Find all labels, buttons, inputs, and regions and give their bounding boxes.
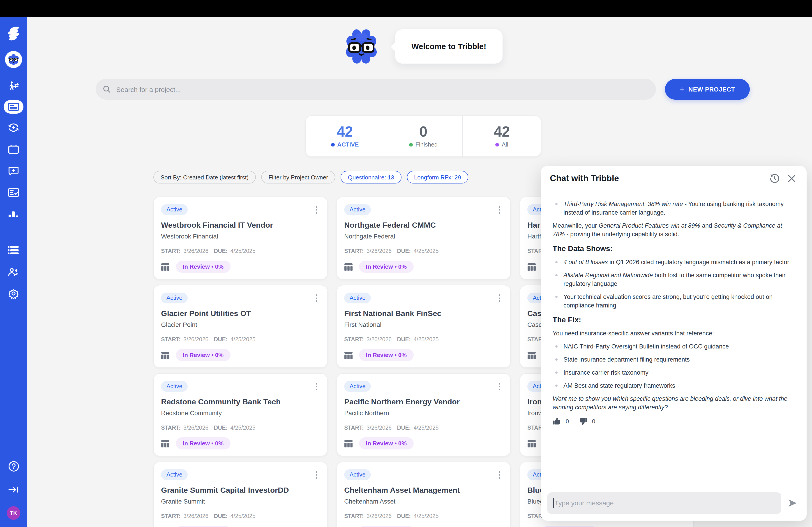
project-title: Granite Summit Capital InvestorDD (161, 485, 320, 495)
chat-close-button[interactable] (786, 173, 798, 184)
project-card[interactable]: Active Pacific Northern Energy Vendor Pa… (336, 373, 511, 456)
longform-rfx-chip[interactable]: Longform RFx: 29 (407, 171, 468, 183)
chat-bullet: Third-Party Risk Management: 38% win rat… (553, 200, 795, 217)
project-dates: START:3/26/2026 DUE:4/25/2025 (344, 425, 503, 431)
sidebar-item-sync[interactable] (4, 120, 23, 135)
filter-owner-chip[interactable]: Filter by Project Owner (261, 171, 335, 183)
sidebar-item-projects[interactable] (4, 100, 24, 114)
thumbs-up-icon (553, 417, 561, 425)
project-card[interactable]: Active Granite Summit Capital InvestorDD… (154, 462, 328, 527)
project-dates: START:3/26/2026 DUE:4/25/2025 (344, 513, 503, 520)
project-client: Redstone Community (161, 408, 320, 418)
project-client: First National (344, 320, 503, 329)
progress-pill: In Review • 0% (359, 437, 414, 450)
stat-finished-label: Finished (409, 141, 438, 148)
project-title: Pacific Northern Energy Vendor (344, 397, 503, 407)
project-title: Glacier Point Utilities OT (161, 309, 320, 319)
stat-all-value: 42 (494, 124, 510, 139)
project-title: Westbrook Financial IT Vendor (161, 221, 320, 230)
sidebar-item-people[interactable] (4, 264, 23, 280)
chat-bullet: State insurance department filing requir… (553, 355, 795, 364)
sidebar-item-agent[interactable] (4, 78, 23, 94)
project-client: Northgate Federal (344, 232, 503, 241)
project-dates: START:3/26/2026 DUE:4/25/2025 (161, 425, 320, 431)
stat-all[interactable]: 42 All (462, 116, 541, 156)
help-button[interactable] (4, 458, 23, 474)
kebab-menu-icon[interactable] (313, 204, 320, 215)
welcome-bubble: Welcome to Tribble! (395, 29, 503, 63)
chat-history-button[interactable] (769, 173, 780, 184)
project-dates: START:3/26/2026 DUE:4/25/2025 (344, 248, 503, 254)
sidebar-item-analytics[interactable] (4, 207, 23, 222)
sidebar: TK (0, 17, 27, 527)
project-client: Pacific Northern (344, 408, 503, 418)
chat-input-box[interactable] (547, 492, 781, 514)
send-button[interactable] (785, 495, 800, 511)
progress-pill: In Review • 0% (176, 260, 230, 273)
sidebar-item-calendar[interactable] (4, 141, 23, 157)
sidebar-item-review[interactable] (4, 185, 23, 200)
project-client: Cheltenham Asset (344, 497, 503, 506)
project-title: Cheltenham Asset Management (344, 485, 503, 495)
questionnaire-chip[interactable]: Questionnaire: 13 (341, 171, 402, 183)
search-icon (103, 85, 111, 93)
sidebar-item-content[interactable] (4, 243, 23, 258)
kebab-menu-icon[interactable] (313, 292, 320, 304)
user-avatar[interactable]: TK (4, 506, 23, 521)
kebab-menu-icon[interactable] (313, 381, 320, 392)
chat-panel: Chat with Tribble Third-Party Risk Manag… (541, 166, 807, 521)
chat-bullet: Insurance carrier risk taxonomy (553, 368, 795, 377)
chat-bullet-list: Third-Party Risk Management: 38% win rat… (553, 200, 795, 217)
search-input[interactable] (115, 85, 649, 93)
chat-heading: The Fix: (553, 315, 795, 325)
chat-paragraph: You need insurance-specific answer varia… (553, 329, 795, 338)
tribble-logo-icon (6, 26, 21, 41)
table-icon (344, 351, 353, 359)
table-icon (527, 262, 536, 271)
mascot-avatar[interactable] (4, 50, 23, 69)
thumbs-up-count: 0 (566, 418, 569, 425)
user-initials: TK (7, 506, 20, 520)
sort-by-chip[interactable]: Sort By: Created Date (latest first) (154, 171, 256, 183)
kebab-menu-icon[interactable] (496, 469, 503, 480)
project-search[interactable] (96, 79, 656, 100)
project-stats-card: 42 ACTIVE 0 Finished 42 All (305, 116, 541, 157)
progress-pill: In Review • 0% (359, 260, 414, 273)
sidebar-item-settings[interactable] (4, 286, 23, 301)
project-card[interactable]: Active Northgate Federal CMMC Northgate … (336, 197, 511, 280)
stat-finished[interactable]: 0 Finished (384, 116, 462, 156)
table-icon (344, 439, 353, 448)
settings-gear-icon (8, 288, 19, 299)
chat-bullet: Your technical evaluation scores are str… (553, 292, 795, 310)
chat-header: Chat with Tribble (541, 166, 807, 191)
project-card[interactable]: Active Westbrook Financial IT Vendor Wes… (154, 197, 328, 280)
top-black-bar (0, 0, 812, 17)
logout-button[interactable] (4, 482, 23, 497)
tribble-logo[interactable] (4, 24, 23, 42)
people-icon (8, 267, 19, 276)
chat-message-area[interactable]: Third-Party Risk Management: 38% win rat… (541, 191, 807, 485)
stat-active[interactable]: 42 ACTIVE (306, 116, 384, 156)
project-card[interactable]: Active Redstone Community Bank Tech Reds… (154, 373, 328, 456)
send-icon (787, 497, 798, 508)
project-client: Granite Summit (161, 497, 320, 506)
kebab-menu-icon[interactable] (496, 381, 503, 392)
project-dates: START:3/26/2026 DUE:4/25/2025 (344, 336, 503, 343)
projects-icon (8, 103, 19, 111)
sidebar-item-chat[interactable] (4, 163, 23, 179)
project-card[interactable]: Active Cheltenham Asset Management Chelt… (336, 462, 511, 527)
project-card[interactable]: Active First National Bank FinSec First … (336, 285, 511, 368)
kebab-menu-icon[interactable] (496, 204, 503, 215)
project-card[interactable]: Active Glacier Point Utilities OT Glacie… (154, 285, 328, 368)
thumbs-up-button[interactable] (553, 417, 561, 425)
chat-input[interactable] (554, 499, 775, 507)
kebab-menu-icon[interactable] (496, 292, 503, 304)
new-project-button[interactable]: + NEW PROJECT (665, 79, 750, 100)
progress-pill: In Review • 0% (359, 349, 414, 361)
review-checklist-icon (8, 188, 19, 197)
kebab-menu-icon[interactable] (313, 469, 320, 480)
stat-finished-value: 0 (419, 124, 427, 139)
thumbs-down-button[interactable] (579, 417, 588, 425)
project-client: Glacier Point (161, 320, 320, 329)
table-icon (527, 439, 536, 448)
